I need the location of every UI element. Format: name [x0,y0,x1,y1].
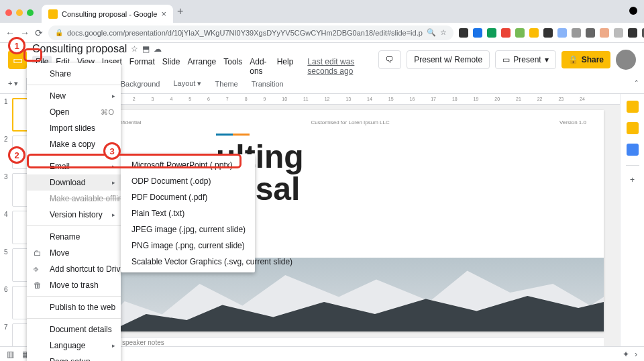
share-button[interactable]: 🔒Share [561,51,610,68]
present-button[interactable]: ▭Present▾ [495,50,555,69]
menu-download[interactable]: Download▸ [27,174,121,191]
menu-language[interactable]: Language▸ [27,338,121,354]
extension-icon[interactable] [501,28,511,38]
cloud-icon: ☁ [154,44,162,54]
window-controls [5,9,34,16]
incognito-icon [629,7,637,15]
url-input[interactable]: 🔒 docs.google.com/presentation/d/10jYIaX… [48,25,453,40]
menu-share[interactable]: Share [27,66,121,82]
menu-move-trash[interactable]: 🗑Move to trash [27,277,121,293]
extension-icon[interactable] [614,28,623,38]
menu-new[interactable]: New▸ [27,88,121,104]
lock-icon: 🔒 [55,29,63,36]
browser-tab-title: Consulting proposal - Google [62,10,157,18]
extension-icon[interactable] [586,28,595,38]
side-panel: + [620,94,644,361]
tasks-icon[interactable] [627,144,639,156]
move-icon[interactable]: ⬒ [142,44,150,54]
comment-history-button[interactable]: 🗨 [378,50,401,69]
menu-page-setup[interactable]: Page setup [27,354,121,361]
background-button[interactable]: Background [115,78,166,90]
transition-button[interactable]: Transition [246,78,289,90]
menu-make-offline[interactable]: Make available offline [27,191,121,207]
download-pdf[interactable]: PDF Document (.pdf) [121,189,255,205]
annotation-3: 3 [103,142,121,160]
download-png[interactable]: PNG image (.png, current slide) [121,238,255,254]
menu-tools[interactable]: Tools [220,56,246,77]
menu-slide[interactable]: Slide [159,56,184,77]
document-title[interactable]: Consulting proposal [32,43,127,55]
menu-format[interactable]: Format [126,56,158,77]
explore-icon[interactable]: ✦ [623,350,629,359]
menu-open[interactable]: Open⌘O [27,104,121,120]
menu-version-history[interactable]: Version history▸ [27,207,121,223]
browser-tab-bar: Consulting proposal - Google × + [0,0,644,23]
download-jpg[interactable]: JPEG image (.jpg, current slide) [121,221,255,238]
close-window-icon[interactable] [5,9,12,16]
extension-icon[interactable] [459,28,468,38]
slide-subtitle: r sit amet. [216,208,586,218]
extension-icon[interactable] [473,28,482,38]
chevron-right-icon[interactable]: › [635,350,637,359]
address-bar: ← → ⟳ 🔒 docs.google.com/presentation/d/1… [0,23,644,43]
download-txt[interactable]: Plain Text (.txt) [121,205,255,221]
menu-add-shortcut[interactable]: ⎆Add shortcut to Drive [27,261,121,277]
annotation-box-download [27,154,241,168]
slides-favicon-icon [48,9,58,19]
extension-icon[interactable] [529,28,539,38]
collapse-toolbar-icon[interactable]: ˄ [635,79,639,88]
extension-icon[interactable] [557,28,567,38]
present-remote-button[interactable]: Present w/ Remote [407,50,490,69]
browser-tab[interactable]: Consulting proposal - Google × [42,5,173,23]
calendar-icon[interactable] [627,101,639,113]
file-menu: Share New▸ Open⌘O Import slides Make a c… [27,63,121,361]
annotation-2: 2 [8,146,25,164]
slide-version: Version 1.0 [559,119,586,125]
menu-move[interactable]: 🗀Move [27,245,121,261]
download-svg[interactable]: Scalable Vector Graphics (.svg, current … [121,254,255,270]
menu-help[interactable]: Help [274,56,297,77]
slide-title-line1: ulting [216,141,586,173]
layout-button[interactable]: Layout ▾ [168,77,207,90]
menu-import-slides[interactable]: Import slides [27,120,121,136]
extension-icon[interactable] [628,28,637,38]
accent-bar [216,134,250,136]
menu-arrange[interactable]: Arrange [184,56,220,77]
account-avatar[interactable] [616,50,636,70]
menu-rename[interactable]: Rename [27,229,121,245]
extension-icon[interactable] [515,28,525,38]
divider [626,165,639,166]
menu-publish[interactable]: Publish to the web [27,299,121,315]
close-tab-icon[interactable]: × [161,9,166,19]
star-icon[interactable]: ☆ [440,28,447,37]
slide-customised: Customised for Loren Ipsum LLC [311,119,389,125]
download-submenu: Microsoft PowerPoint (.pptx) ODP Documen… [121,154,255,272]
add-addon-icon[interactable]: + [630,175,635,185]
extension-icon[interactable] [600,28,609,38]
menu-doc-details[interactable]: Document details [27,321,121,338]
extension-icon[interactable] [543,28,553,38]
extension-icon[interactable] [572,28,581,38]
extension-icon[interactable] [487,28,496,38]
theme-button[interactable]: Theme [209,78,243,90]
last-edit-text[interactable]: Last edit was seconds ago [304,56,373,77]
reload-button[interactable]: ⟳ [35,28,43,38]
new-tab-button[interactable]: + [177,5,183,17]
slide-title-line2: posal [216,173,586,205]
annotation-1: 1 [8,37,25,54]
url-text: docs.google.com/presentation/d/10jYIaX_W… [67,29,423,37]
new-slide-button[interactable]: + ▾ [5,77,21,90]
ruler: 123456789101112131415161718192021222324 [79,94,620,105]
maximize-window-icon[interactable] [27,9,34,16]
filmstrip-view-icon[interactable]: ▥ [7,350,14,359]
search-icon[interactable]: 🔍 [427,28,436,37]
keep-icon[interactable] [627,122,639,134]
download-odp[interactable]: ODP Document (.odp) [121,173,255,189]
minimize-window-icon[interactable] [16,9,23,16]
star-button[interactable]: ☆ [131,44,138,54]
forward-button[interactable]: → [20,28,30,38]
extensions [459,28,644,38]
menu-add-ons[interactable]: Add-ons [246,56,272,77]
back-button[interactable]: ← [5,28,15,38]
annotation-box-file [23,48,42,62]
